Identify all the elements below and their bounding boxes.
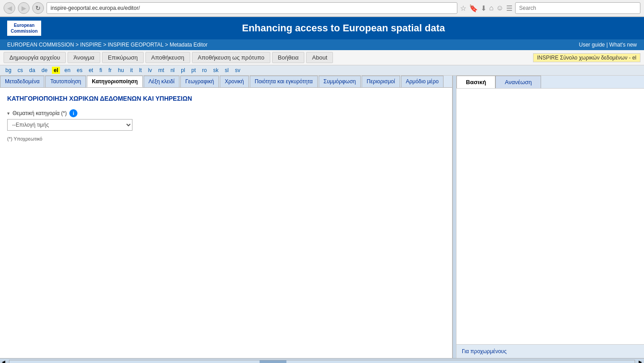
main-content: ΚΑΤΗΓΟΡΙΟΠΟΙΗΣΗ ΧΩΡΙΚΩΝ ΔΕΔΟΜΕΝΩΝ ΚΑΙ ΥΠ… <box>0 88 452 149</box>
about-button[interactable]: About <box>306 52 333 63</box>
tab-categorization[interactable]: Κατηγοριοποίηση <box>87 76 143 87</box>
scrollbar-thumb[interactable] <box>260 360 286 363</box>
lang-da[interactable]: da <box>27 67 37 74</box>
field-header: ▾ Θεματική κατηγορία (*) i <box>7 109 445 117</box>
lang-fr[interactable]: fr <box>107 67 113 74</box>
search-input[interactable] <box>515 2 640 14</box>
tab-restrictions[interactable]: Περιορισμοί <box>362 76 400 87</box>
resize-handle[interactable] <box>452 76 456 358</box>
left-panel: Μεταδεδομένα Ταυτοποίηση Κατηγοριοποίηση… <box>0 76 452 358</box>
lang-es[interactable]: es <box>75 67 84 74</box>
tab-geographic[interactable]: Γεωγραφική <box>180 76 219 87</box>
lang-it[interactable]: it <box>128 67 135 74</box>
lang-nl[interactable]: nl <box>169 67 176 74</box>
forward-button[interactable]: ▶ <box>18 2 30 14</box>
collapse-icon[interactable]: ▾ <box>7 111 10 116</box>
tab-conformity[interactable]: Συμμόρφωση <box>319 76 361 87</box>
back-button[interactable]: ◀ <box>4 2 15 14</box>
open-button[interactable]: Άνοιγμα <box>68 52 100 63</box>
right-tab-refresh[interactable]: Ανανέωση <box>495 76 541 88</box>
right-panel: Βασική Ανανέωση Για προχωρμένους <box>456 76 644 358</box>
lang-mt[interactable]: mt <box>157 67 166 74</box>
scroll-right-arrow[interactable]: ▶ <box>637 359 644 363</box>
breadcrumb-geoportal[interactable]: INSPIRE GEOPORTAL <box>108 42 163 48</box>
lang-fi[interactable]: fi <box>98 67 104 74</box>
required-note: (*) Υποχρεωτικό <box>7 136 445 141</box>
lang-bg[interactable]: bg <box>4 67 13 74</box>
profile-icon[interactable]: ☺ <box>496 4 503 12</box>
site-title: Enhancing access to European spatial dat… <box>50 22 637 34</box>
scrollbar-track[interactable] <box>9 360 635 363</box>
lang-pl[interactable]: pl <box>179 67 187 74</box>
language-bar: bg cs da de el en es et fi fr hu it lt l… <box>0 65 644 76</box>
bookmark-star-icon[interactable]: ☆ <box>460 4 466 13</box>
breadcrumb-inspire[interactable]: INSPIRE <box>80 42 102 48</box>
main-toolbar: Δημιουργία αρχείου Άνοιγμα Επικύρωση Απο… <box>0 50 644 65</box>
site-header: European Commission Enhancing access to … <box>0 17 644 39</box>
lang-sk[interactable]: sk <box>211 67 220 74</box>
lang-lt[interactable]: lt <box>137 67 144 74</box>
user-links-sep: | <box>606 42 608 48</box>
lang-et[interactable]: et <box>87 67 95 74</box>
menu-icon[interactable]: ☰ <box>506 4 512 13</box>
browser-toolbar: ◀ ▶ ↻ inspire-geoportal.ec.europa.eu/edi… <box>0 0 644 17</box>
lang-cs[interactable]: cs <box>16 67 25 74</box>
user-guide-link[interactable]: User guide <box>579 42 605 48</box>
right-tab-basic[interactable]: Βασική <box>456 76 495 88</box>
right-panel-footer[interactable]: Για προχωρμένους <box>456 344 644 358</box>
lang-de[interactable]: de <box>40 67 49 74</box>
right-panel-header: Βασική Ανανέωση <box>456 76 644 89</box>
tab-responsible-party[interactable]: Αρμόδιο μέρο <box>401 76 444 87</box>
section-title: ΚΑΤΗΓΟΡΙΟΠΟΙΗΣΗ ΧΩΡΙΚΩΝ ΔΕΔΟΜΕΝΩΝ ΚΑΙ ΥΠ… <box>7 95 445 102</box>
breadcrumb-ec[interactable]: EUROPEAN COMMISSION <box>7 42 74 48</box>
tab-temporal[interactable]: Χρονική <box>220 76 249 87</box>
save-as-template-button[interactable]: Αποθήκευση ως πρότυπο <box>192 52 270 63</box>
url-bar[interactable]: inspire-geoportal.ec.europa.eu/editor/ <box>47 2 457 14</box>
save-button[interactable]: Αποθήκευση <box>145 52 190 63</box>
field-label: Θεματική κατηγορία (*) <box>13 110 67 116</box>
bookmark-icon[interactable]: 🔖 <box>469 4 478 13</box>
tabs-row: Μεταδεδομένα Ταυτοποίηση Κατηγοριοποίηση… <box>0 76 452 88</box>
breadcrumb: EUROPEAN COMMISSION > INSPIRE > INSPIRE … <box>7 42 208 48</box>
lang-lv[interactable]: lv <box>146 67 154 74</box>
home-icon[interactable]: ⌂ <box>489 4 494 12</box>
download-icon[interactable]: ⬇ <box>481 4 486 13</box>
help-button[interactable]: Βοήθεια <box>272 52 305 63</box>
lang-sl[interactable]: sl <box>223 67 230 74</box>
ec-logo: European Commission <box>7 21 41 36</box>
tab-identification[interactable]: Ταυτοποίηση <box>45 76 86 87</box>
lang-pt[interactable]: pt <box>190 67 198 74</box>
thematic-category-select[interactable]: --Επιλογή τιμής <box>7 119 132 131</box>
content-wrapper: Μεταδεδομένα Ταυτοποίηση Κατηγοριοποίηση… <box>0 76 644 358</box>
user-links: User guide | What's new <box>579 42 637 48</box>
record-label: INSPIRE Σύνολο χωρικών δεδομένων - el <box>533 53 640 62</box>
refresh-button[interactable]: ↻ <box>32 2 44 14</box>
whats-new-link[interactable]: What's new <box>609 42 637 48</box>
lang-sv[interactable]: sv <box>233 67 242 74</box>
thematic-category-group: ▾ Θεματική κατηγορία (*) i --Επιλογή τιμ… <box>7 109 445 131</box>
tab-metadata[interactable]: Μεταδεδομένα <box>0 76 44 87</box>
info-icon[interactable]: i <box>69 109 77 117</box>
lang-el[interactable]: el <box>52 67 60 74</box>
breadcrumb-current: Metadata Editor <box>170 42 208 48</box>
scroll-left-arrow[interactable]: ◀ <box>0 359 7 363</box>
horizontal-scrollbar[interactable]: ◀ ▶ <box>0 358 644 363</box>
right-panel-content <box>456 89 644 344</box>
create-file-button[interactable]: Δημιουργία αρχείου <box>4 52 66 63</box>
lang-ro[interactable]: ro <box>200 67 209 74</box>
tab-quality[interactable]: Ποιότητα και εγκυρότητα <box>250 76 318 87</box>
validate-button[interactable]: Επικύρωση <box>102 52 144 63</box>
thematic-category-dropdown-wrapper: --Επιλογή τιμής <box>7 119 132 131</box>
tab-keyword[interactable]: Λέξη κλειδί <box>144 76 179 87</box>
lang-hu[interactable]: hu <box>116 67 126 74</box>
browser-chrome: ◀ ▶ ↻ inspire-geoportal.ec.europa.eu/edi… <box>0 0 644 17</box>
lang-en[interactable]: en <box>63 67 72 74</box>
breadcrumb-bar: EUROPEAN COMMISSION > INSPIRE > INSPIRE … <box>0 39 644 50</box>
